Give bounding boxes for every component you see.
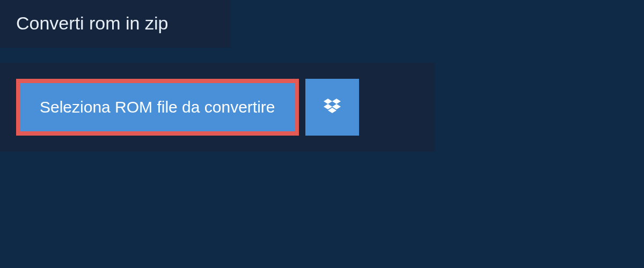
dropbox-icon	[321, 96, 343, 118]
svg-marker-0	[324, 99, 332, 104]
converter-panel: Seleziona ROM file da convertire	[0, 63, 435, 152]
select-file-label: Seleziona ROM file da convertire	[40, 98, 275, 116]
svg-marker-3	[332, 104, 341, 109]
file-select-row: Seleziona ROM file da convertire	[16, 79, 419, 136]
page-title: Converti rom in zip	[16, 13, 168, 33]
page-title-tab: Converti rom in zip	[0, 0, 231, 48]
select-file-button[interactable]: Seleziona ROM file da convertire	[16, 79, 299, 136]
svg-marker-1	[332, 99, 341, 104]
svg-marker-2	[324, 104, 332, 109]
svg-marker-4	[328, 108, 336, 113]
dropbox-button[interactable]	[305, 79, 359, 136]
